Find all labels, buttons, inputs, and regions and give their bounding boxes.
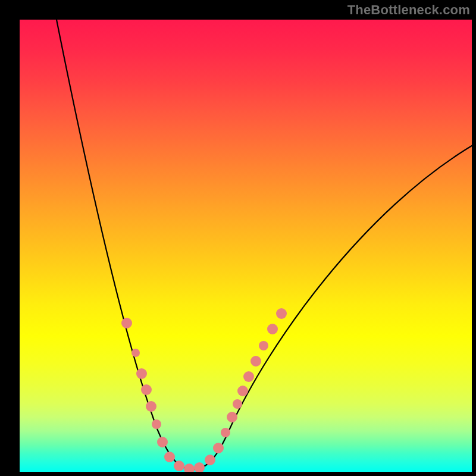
data-marker <box>131 349 140 357</box>
data-marker <box>233 399 242 409</box>
watermark-text: TheBottleneck.com <box>347 2 470 18</box>
data-marker <box>174 461 184 471</box>
data-marker <box>146 401 156 412</box>
data-marker <box>157 437 168 447</box>
data-marker <box>152 419 161 429</box>
data-markers <box>121 308 287 472</box>
data-marker <box>267 324 278 334</box>
chart-svg <box>20 20 472 472</box>
data-marker <box>184 464 195 472</box>
data-marker <box>221 428 230 437</box>
data-marker <box>237 386 248 396</box>
data-marker <box>136 368 147 379</box>
data-marker <box>141 384 152 395</box>
data-marker <box>250 356 261 367</box>
data-marker <box>213 443 224 453</box>
data-marker <box>121 318 132 328</box>
bottleneck-curve <box>57 20 472 469</box>
data-marker <box>194 462 205 472</box>
data-marker <box>205 455 215 465</box>
data-marker <box>227 412 237 422</box>
plot-area <box>20 20 472 472</box>
data-marker <box>259 341 268 350</box>
data-marker <box>276 308 287 319</box>
chart-frame: TheBottleneck.com <box>0 0 476 476</box>
data-marker <box>164 452 175 462</box>
data-marker <box>243 371 254 382</box>
